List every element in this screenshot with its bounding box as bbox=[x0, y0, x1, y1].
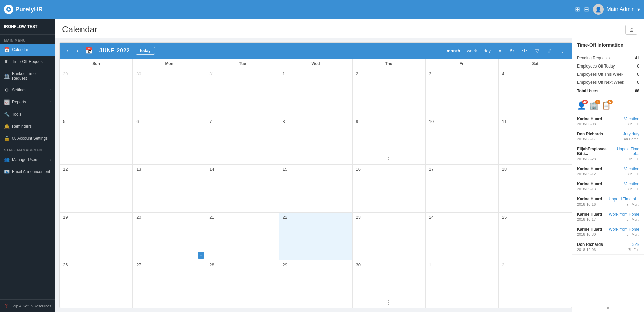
calendar-cell-4-6[interactable]: 2 bbox=[499, 260, 572, 308]
calendar-cell-3-5[interactable]: 24 bbox=[426, 213, 499, 260]
panel-list-item[interactable]: Karine Huard Unpaid Time of... 2018-10-1… bbox=[572, 194, 644, 209]
calendar-cell-3-3[interactable]: 22 bbox=[279, 213, 352, 260]
stat-total-value: 68 bbox=[635, 89, 639, 93]
calendar-cell-4-5[interactable]: 1 bbox=[426, 260, 499, 308]
account-settings-icon: 🔒 bbox=[4, 136, 9, 141]
panel-list-item[interactable]: Don Richards Sick 2018-12-06 7h Full bbox=[572, 239, 644, 255]
calendar-month-view-button[interactable]: month bbox=[444, 47, 463, 55]
calendar-cell-1-4[interactable]: 9⋮ bbox=[353, 117, 426, 164]
calendar-filter-button[interactable]: ▽ bbox=[533, 46, 542, 55]
sidebar-item-time-off-request[interactable]: 🗓 Time-Off Request bbox=[0, 56, 55, 68]
request-date: 2018-06-08 bbox=[577, 122, 596, 126]
request-type: Jury duty bbox=[623, 132, 639, 136]
calendar-cell-1-3[interactable]: 8 bbox=[279, 117, 352, 164]
badge-dept[interactable]: 🏢 8 bbox=[589, 101, 598, 110]
calendar-week-view-button[interactable]: week bbox=[464, 47, 480, 55]
calendar-week-1: 56789⋮1011 bbox=[60, 117, 572, 165]
calendar-cell-3-1[interactable]: 20+ bbox=[133, 213, 206, 260]
calendar-cell-3-6[interactable]: 25 bbox=[499, 213, 572, 260]
calendar-cell-2-1[interactable]: 13 bbox=[133, 165, 206, 212]
calendar-cell-3-2[interactable]: 21 bbox=[206, 213, 279, 260]
calendar-cell-0-6[interactable]: 4 bbox=[499, 69, 572, 117]
calendar-cell-4-2[interactable]: 28 bbox=[206, 260, 279, 308]
calendar-date-number: 25 bbox=[501, 214, 508, 220]
sidebar-item-reports[interactable]: 📈 Reports › bbox=[0, 96, 55, 108]
calendar-cell-1-2[interactable]: 7 bbox=[206, 117, 279, 164]
calendar-week-4: 2627282930⋮12 bbox=[60, 260, 572, 308]
calendar-day-view-button[interactable]: day bbox=[481, 47, 493, 55]
request-name: Karine Huard bbox=[577, 117, 602, 121]
panel-list-item[interactable]: Karine Huard Vacation 2018-09-13 8h Full bbox=[572, 179, 644, 194]
stat-off-today: Employees Off Today 0 bbox=[572, 62, 644, 70]
sidebar-item-calendar[interactable]: 📅 Calendar bbox=[0, 44, 55, 56]
dashboard-icon[interactable]: ⊟ bbox=[584, 6, 589, 13]
logo[interactable]: PurelyHR bbox=[4, 5, 58, 14]
calendar-date-number: 6 bbox=[135, 118, 140, 125]
calendar-cell-1-1[interactable]: 6 bbox=[133, 117, 206, 164]
print-button[interactable]: 🖨 bbox=[625, 25, 637, 35]
request-name: Karine Huard bbox=[577, 197, 602, 202]
badge-pending[interactable]: 👤 42 bbox=[577, 101, 586, 110]
calendar-cell-2-5[interactable]: 17 bbox=[426, 165, 499, 212]
request-hours: 8h Full bbox=[628, 187, 639, 191]
user-dropdown-icon: ▾ bbox=[637, 6, 640, 13]
reminders-chevron-icon: › bbox=[50, 125, 51, 128]
calendar-dropdown-icon[interactable]: ▾ bbox=[496, 46, 504, 55]
calendar-cell-3-0[interactable]: 19 bbox=[60, 213, 133, 260]
sidebar-main-menu-title: MAIN MENU bbox=[0, 35, 55, 44]
grid-icon[interactable]: ⊞ bbox=[575, 6, 580, 13]
calendar-more-button[interactable]: ⋮ bbox=[557, 46, 568, 55]
calendar-cell-2-2[interactable]: 14 bbox=[206, 165, 279, 212]
calendar-date-number: 29 bbox=[62, 71, 69, 77]
sidebar-item-banked-time[interactable]: 🏦 Banked Time Request bbox=[0, 68, 55, 84]
sidebar-item-tools[interactable]: 🔧 Tools › bbox=[0, 108, 55, 120]
sidebar-item-email-announcement[interactable]: 📧 Email Announcement bbox=[0, 166, 55, 178]
calendar-today-button[interactable]: today bbox=[136, 47, 155, 55]
badge-reports[interactable]: 📋 5 bbox=[602, 101, 611, 110]
stat-total-label: Total Users bbox=[577, 89, 598, 93]
day-header-tue: Tue bbox=[206, 59, 279, 69]
panel-list-item[interactable]: Karine Huard Work from Home 2018-10-17 8… bbox=[572, 209, 644, 224]
calendar-cell-2-4[interactable]: 16 bbox=[353, 165, 426, 212]
calendar-cell-4-0[interactable]: 26 bbox=[60, 260, 133, 308]
calendar-next-button[interactable]: › bbox=[74, 46, 81, 56]
panel-list-item[interactable]: Karine Huard Vacation 2018-09-12 8h Full bbox=[572, 164, 644, 179]
calendar-cell-2-6[interactable]: 18 bbox=[499, 165, 572, 212]
request-hours: 7h Multi bbox=[626, 202, 639, 206]
calendar-cell-0-5[interactable]: 3 bbox=[426, 69, 499, 117]
panel-list-item[interactable]: ElijahEmployee Bitti... Unpaid Time of..… bbox=[572, 144, 644, 164]
panel-list-item[interactable]: Don Richards Jury duty 2018-08-17 4h Par… bbox=[572, 129, 644, 144]
calendar-cell-0-1[interactable]: 30 bbox=[133, 69, 206, 117]
panel-list-item[interactable]: Karine Huard Work from Home 2018-10-30 8… bbox=[572, 224, 644, 239]
sidebar-item-manage-users[interactable]: 👥 Manage Users › bbox=[0, 153, 55, 166]
reports-icon: 📈 bbox=[4, 99, 9, 105]
sidebar-item-reminders[interactable]: 🔔 Reminders › bbox=[0, 120, 55, 132]
tools-chevron-icon: › bbox=[50, 113, 51, 116]
calendar-cell-0-0[interactable]: 29 bbox=[60, 69, 133, 117]
calendar-event-icon: ⋮ bbox=[386, 299, 391, 306]
calendar-cell-4-3[interactable]: 29 bbox=[279, 260, 352, 308]
calendar-cell-0-3[interactable]: 1 bbox=[279, 69, 352, 117]
calendar-cell-4-1[interactable]: 27 bbox=[133, 260, 206, 308]
calendar-cell-2-0[interactable]: 12 bbox=[60, 165, 133, 212]
calendar-cell-3-4[interactable]: 23 bbox=[353, 213, 426, 260]
calendar-add-event-button[interactable]: + bbox=[198, 252, 204, 259]
calendar-fullscreen-button[interactable]: ⤢ bbox=[545, 46, 554, 55]
panel-list-item[interactable]: Karine Huard Vacation 2018-06-08 8h Full bbox=[572, 114, 644, 129]
calendar-cell-1-5[interactable]: 10 bbox=[426, 117, 499, 164]
calendar-cell-1-6[interactable]: 11 bbox=[499, 117, 572, 164]
sidebar-item-settings[interactable]: ⚙ Settings › bbox=[0, 84, 55, 96]
calendar-cell-0-2[interactable]: 31 bbox=[206, 69, 279, 117]
calendar-view-toggle-button[interactable]: 👁 bbox=[519, 46, 530, 55]
calendar-refresh-button[interactable]: ↻ bbox=[507, 46, 517, 55]
help-link[interactable]: ❓ Help & Setup Resources bbox=[4, 304, 51, 308]
day-header-thu: Thu bbox=[353, 59, 426, 69]
calendar-cell-1-0[interactable]: 5 bbox=[60, 117, 133, 164]
calendar-cell-2-3[interactable]: 15 bbox=[279, 165, 352, 212]
calendar-date-number: 2 bbox=[501, 262, 506, 268]
calendar-prev-button[interactable]: ‹ bbox=[64, 46, 71, 56]
sidebar-item-account-settings[interactable]: 🔒 08 Account Settings bbox=[0, 132, 55, 144]
user-menu[interactable]: 👤 Main Admin ▾ bbox=[593, 4, 640, 15]
calendar-cell-0-4[interactable]: 2 bbox=[353, 69, 426, 117]
calendar-cell-4-4[interactable]: 30⋮ bbox=[353, 260, 426, 308]
